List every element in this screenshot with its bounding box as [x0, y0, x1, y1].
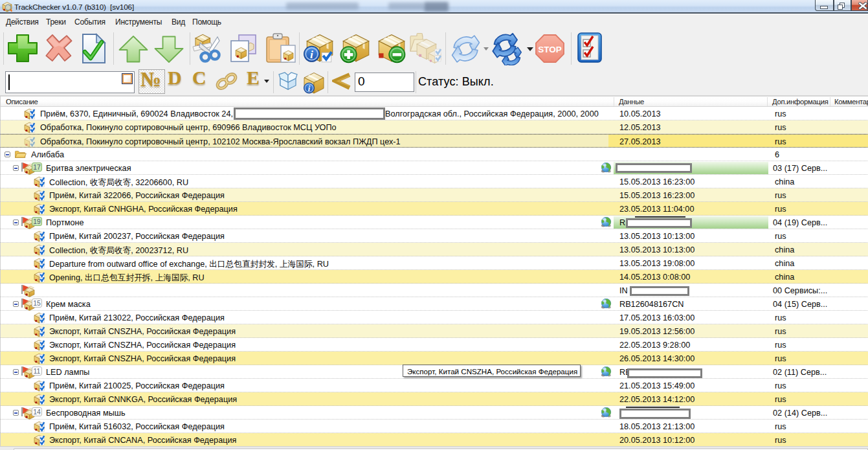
svg-text:i: i — [310, 48, 313, 61]
svg-text:i: i — [308, 84, 311, 93]
svg-text:STOP: STOP — [538, 45, 562, 54]
